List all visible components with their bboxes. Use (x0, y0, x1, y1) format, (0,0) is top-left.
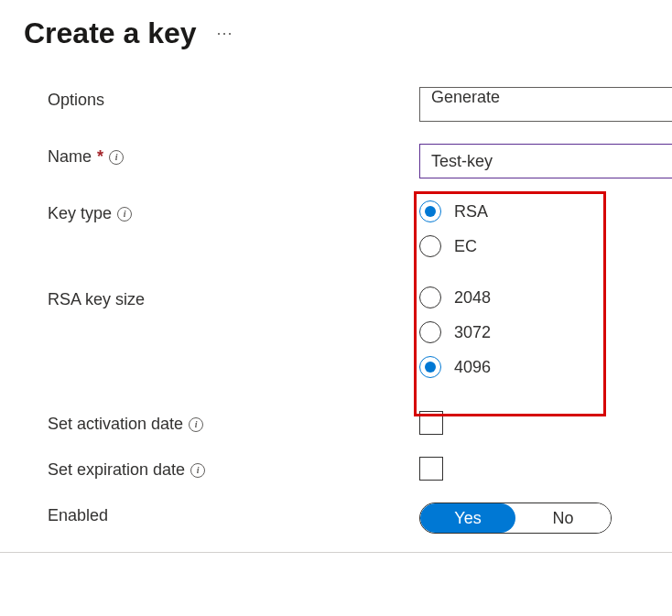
activation-date-checkbox[interactable] (419, 411, 443, 435)
toggle-no[interactable]: No (515, 503, 611, 533)
options-label: Options (48, 91, 104, 110)
rsa-key-size-label: RSA key size (48, 290, 145, 309)
radio-4096[interactable]: 4096 (419, 356, 672, 378)
info-icon[interactable]: i (190, 463, 205, 478)
rsa-key-size-radio-group: 2048 3072 4096 (419, 286, 672, 378)
radio-2048[interactable]: 2048 (419, 286, 672, 308)
required-indicator: * (97, 147, 103, 167)
options-select[interactable]: Generate (419, 87, 672, 122)
radio-label: 4096 (454, 358, 491, 377)
toggle-yes[interactable]: Yes (420, 503, 515, 533)
radio-icon (419, 286, 441, 308)
info-icon[interactable]: i (109, 150, 124, 165)
expiration-date-label: Set expiration date (48, 460, 185, 480)
radio-label: RSA (454, 202, 488, 222)
page-title: Create a key (24, 16, 197, 50)
radio-icon (419, 235, 441, 257)
radio-label: 3072 (454, 323, 491, 342)
info-icon[interactable]: i (189, 417, 203, 432)
expiration-date-checkbox[interactable] (419, 457, 443, 481)
enabled-label: Enabled (48, 506, 108, 525)
radio-icon (419, 321, 441, 343)
divider (0, 552, 672, 553)
radio-label: EC (454, 237, 477, 256)
radio-ec[interactable]: EC (419, 235, 672, 257)
key-type-label: Key type (48, 204, 112, 223)
name-label: Name (48, 147, 92, 167)
radio-icon (419, 356, 441, 378)
radio-3072[interactable]: 3072 (419, 321, 672, 343)
key-type-radio-group: RSA EC (419, 200, 672, 257)
radio-icon (419, 200, 441, 222)
activation-date-label: Set activation date (48, 415, 183, 434)
radio-rsa[interactable]: RSA (419, 200, 672, 222)
enabled-toggle[interactable]: Yes No (419, 503, 612, 534)
info-icon[interactable]: i (117, 207, 132, 222)
radio-label: 2048 (454, 288, 491, 308)
more-icon[interactable]: ··· (217, 24, 233, 43)
name-input[interactable] (419, 144, 672, 178)
